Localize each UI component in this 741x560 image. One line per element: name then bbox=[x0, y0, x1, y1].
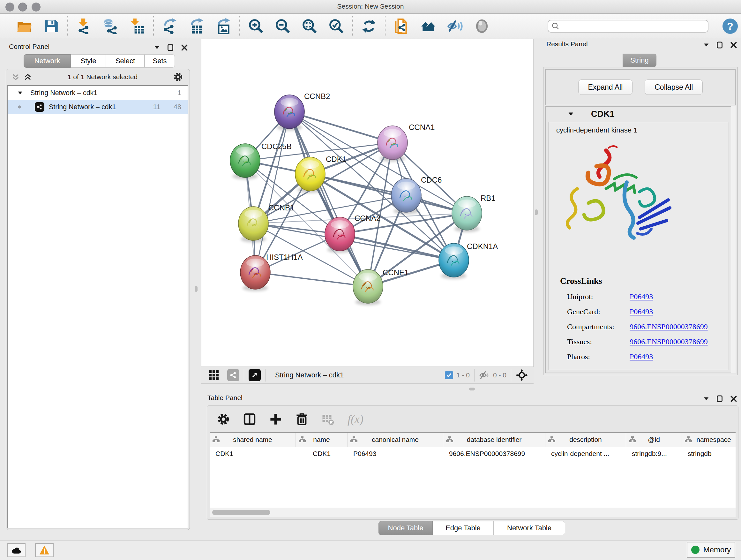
table-row[interactable]: CDK1CDK1P064939606.ENSP00000378699cyclin… bbox=[210, 447, 736, 460]
results-scrollbar[interactable] bbox=[731, 106, 736, 373]
bottom-splitter-handle[interactable] bbox=[469, 388, 475, 390]
string-home-button[interactable] bbox=[419, 16, 437, 37]
toolbar-divider bbox=[153, 16, 154, 36]
network-node-HIST1H1A[interactable] bbox=[240, 255, 270, 289]
results-panel-float-icon[interactable] bbox=[716, 41, 724, 49]
column-header-sharedname[interactable]: shared name bbox=[210, 433, 296, 447]
tab-select[interactable]: Select bbox=[106, 54, 145, 68]
network-node-CCNB2[interactable] bbox=[274, 95, 305, 129]
network-node-CDKN1A[interactable] bbox=[439, 243, 469, 277]
cloud-button[interactable] bbox=[7, 543, 25, 557]
table-panel-menu-icon[interactable] bbox=[703, 395, 710, 402]
search-input[interactable] bbox=[560, 21, 708, 31]
fit-content-crosshair-icon[interactable] bbox=[516, 369, 528, 381]
tab-network[interactable]: Network bbox=[23, 54, 71, 68]
column-header-databaseidentifier[interactable]: database identifier bbox=[443, 433, 545, 447]
column-header-namespace[interactable]: namespace bbox=[682, 433, 736, 447]
table-cell-sharedname: CDK1 bbox=[210, 447, 296, 460]
table-horizontal-scrollbar[interactable] bbox=[210, 508, 736, 517]
search-box[interactable] bbox=[548, 20, 709, 33]
crosslink-row: Compartments:9606.ENSP00000378699 bbox=[567, 322, 729, 331]
column-header-name[interactable]: name bbox=[296, 433, 347, 447]
gene-caret-icon[interactable] bbox=[567, 111, 575, 118]
tab-edge-table[interactable]: Edge Table bbox=[433, 521, 493, 535]
table-panel-close-icon[interactable] bbox=[730, 395, 738, 403]
tab-sets[interactable]: Sets bbox=[145, 54, 175, 68]
network-node-CDC6[interactable] bbox=[391, 179, 421, 212]
network-graph[interactable]: CCNB2CCNA1CDC25BCDK1CDC6RB1CCNB1CCNA2CDK… bbox=[201, 39, 533, 366]
add-column-icon[interactable] bbox=[269, 413, 282, 426]
network-node-CCNA1[interactable] bbox=[378, 126, 408, 160]
column-header-description[interactable]: description bbox=[545, 433, 626, 447]
zoom-in-button[interactable] bbox=[247, 16, 265, 37]
network-overview-icon[interactable] bbox=[227, 369, 239, 381]
collapse-all-button[interactable]: Collapse All bbox=[645, 79, 703, 95]
table-panel-float-icon[interactable] bbox=[716, 395, 724, 403]
column-header-canonicalname[interactable]: canonical name bbox=[347, 433, 443, 447]
crosslink-link[interactable]: P06493 bbox=[630, 353, 653, 361]
zoom-out-button[interactable] bbox=[274, 16, 292, 37]
collection-caret-icon[interactable] bbox=[17, 90, 23, 96]
network-collection-row[interactable]: String Network – cdk1 1 bbox=[8, 86, 188, 100]
gene-name: CDK1 bbox=[591, 109, 615, 119]
warning-button[interactable] bbox=[35, 543, 54, 557]
expand-all-button[interactable]: Expand All bbox=[578, 79, 633, 95]
network-row[interactable]: String Network – cdk1 11 48 bbox=[8, 100, 188, 114]
network-node-CCNB1[interactable] bbox=[239, 206, 268, 240]
column-header-id[interactable]: @id bbox=[626, 433, 682, 447]
birds-eye-view-icon[interactable] bbox=[249, 369, 261, 381]
import-network-file-button[interactable] bbox=[75, 16, 92, 37]
gene-section-header[interactable]: CDK1 bbox=[546, 107, 735, 121]
results-panel-close-icon[interactable] bbox=[730, 41, 738, 49]
edge-CDK1-RB1 bbox=[310, 174, 467, 213]
export-table-button[interactable] bbox=[188, 16, 205, 37]
collection-count: 1 bbox=[178, 89, 181, 97]
crosslink-link[interactable]: P06493 bbox=[630, 293, 653, 301]
results-panel-menu-icon[interactable] bbox=[703, 42, 710, 49]
import-table-icon bbox=[129, 18, 145, 34]
refresh-button[interactable] bbox=[360, 16, 378, 37]
show-graphics-button[interactable] bbox=[473, 16, 491, 37]
expand-all-networks-icon[interactable] bbox=[23, 72, 32, 81]
crosslink-link[interactable]: 9606.ENSP00000378699 bbox=[630, 337, 708, 346]
network-node-CCNA2[interactable] bbox=[325, 217, 355, 251]
crosslink-link[interactable]: P06493 bbox=[630, 307, 653, 316]
tab-network-table[interactable]: Network Table bbox=[493, 521, 565, 535]
selected-checkbox-icon[interactable] bbox=[445, 371, 453, 379]
zoom-fit-button[interactable] bbox=[300, 16, 319, 37]
help-button[interactable]: ? bbox=[723, 18, 738, 34]
open-session-button[interactable] bbox=[15, 16, 33, 37]
show-columns-icon[interactable] bbox=[243, 413, 256, 426]
save-session-button[interactable] bbox=[42, 16, 60, 37]
collapse-all-networks-icon[interactable] bbox=[11, 72, 20, 81]
delete-column-icon[interactable] bbox=[295, 413, 309, 426]
network-canvas[interactable]: CCNB2CCNA1CDC25BCDK1CDC6RB1CCNB1CCNA2CDK… bbox=[201, 39, 534, 367]
control-panel-float-icon[interactable] bbox=[166, 44, 175, 52]
network-node-CDK1[interactable] bbox=[295, 157, 325, 191]
scrollbar-thumb[interactable] bbox=[212, 510, 270, 515]
crosslink-row: Pharos:P06493 bbox=[567, 353, 729, 361]
import-table-button[interactable] bbox=[128, 16, 146, 37]
control-panel-menu-icon[interactable] bbox=[153, 44, 160, 51]
share-document-button[interactable] bbox=[393, 16, 410, 37]
network-options-gear-icon[interactable] bbox=[173, 72, 183, 82]
tab-node-table[interactable]: Node Table bbox=[379, 521, 433, 535]
memory-button[interactable]: Memory bbox=[687, 542, 735, 558]
zoom-selected-button[interactable] bbox=[327, 16, 345, 37]
crosslink-label: Uniprot: bbox=[567, 293, 630, 301]
tab-string[interactable]: String bbox=[623, 54, 657, 67]
tab-style[interactable]: Style bbox=[71, 54, 106, 68]
import-network-database-button[interactable] bbox=[102, 16, 119, 37]
network-node-RB1[interactable] bbox=[452, 196, 482, 230]
crosslink-link[interactable]: 9606.ENSP00000378699 bbox=[630, 322, 708, 331]
export-image-button[interactable] bbox=[214, 16, 232, 37]
table-options-gear-icon[interactable] bbox=[217, 413, 230, 426]
network-node-CDC25B[interactable] bbox=[230, 144, 260, 178]
network-node-CCNE1[interactable] bbox=[353, 269, 383, 303]
table-panel: Table Panel f(x) shared namenamecanonica… bbox=[201, 391, 741, 540]
hide-labels-button[interactable] bbox=[446, 16, 464, 37]
grid-view-icon[interactable] bbox=[208, 369, 219, 381]
control-panel-close-icon[interactable] bbox=[180, 44, 189, 52]
export-network-button[interactable] bbox=[161, 16, 179, 37]
left-splitter-handle[interactable] bbox=[195, 286, 198, 292]
